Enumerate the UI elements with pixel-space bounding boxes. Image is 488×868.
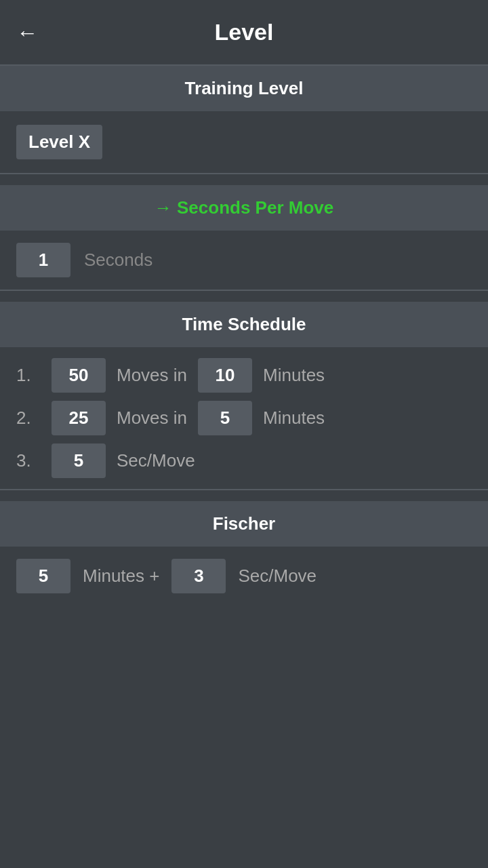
divider-3	[0, 489, 488, 490]
row-1-time-label: Minutes	[263, 365, 325, 386]
row-2-num: 2.	[16, 408, 41, 429]
back-button[interactable]: ←	[16, 22, 38, 43]
schedule-row-1: 1. 50 Moves in 10 Minutes	[16, 358, 472, 393]
divider-2	[0, 290, 488, 291]
header: ← Level	[0, 0, 488, 64]
page-title: Level	[215, 19, 274, 45]
fischer-minutes-label: Minutes +	[83, 566, 159, 587]
row-2-moves-label: Moves in	[117, 408, 187, 429]
row-1-moves-value[interactable]: 50	[52, 358, 106, 393]
row-2-moves-value[interactable]: 25	[52, 401, 106, 435]
row-1-num: 1.	[16, 365, 41, 386]
seconds-per-move-unit: Seconds	[84, 250, 152, 271]
fischer-row: 5 Minutes + 3 Sec/Move	[0, 547, 488, 606]
fischer-header: Fischer	[0, 501, 488, 547]
training-level-section: Training Level Level X	[0, 66, 488, 173]
training-level-value-row: Level X	[0, 111, 488, 173]
schedule-row-2: 2. 25 Moves in 5 Minutes	[16, 401, 472, 435]
fischer-section: Fischer 5 Minutes + 3 Sec/Move	[0, 501, 488, 606]
fischer-sec-label: Sec/Move	[238, 566, 317, 587]
row-2-time-value[interactable]: 5	[198, 401, 252, 435]
schedule-row-3: 3. 5 Sec/Move	[16, 443, 472, 478]
schedule-rows-container: 1. 50 Moves in 10 Minutes 2. 25 Moves in…	[0, 347, 488, 489]
training-level-value[interactable]: Level X	[16, 125, 102, 159]
seconds-per-move-header: → Seconds Per Move	[0, 185, 488, 231]
fischer-minutes-value[interactable]: 5	[16, 559, 70, 593]
row-3-moves-value[interactable]: 5	[52, 443, 106, 478]
seconds-per-move-section: → Seconds Per Move 1 Seconds	[0, 185, 488, 290]
fischer-sec-value[interactable]: 3	[171, 559, 226, 593]
seconds-per-move-row: 1 Seconds	[0, 231, 488, 290]
divider-1	[0, 173, 488, 174]
time-schedule-header: Time Schedule	[0, 302, 488, 347]
row-1-moves-label: Moves in	[117, 365, 187, 386]
row-3-num: 3.	[16, 450, 41, 471]
training-level-header: Training Level	[0, 66, 488, 111]
row-2-time-label: Minutes	[263, 408, 325, 429]
time-schedule-section: Time Schedule 1. 50 Moves in 10 Minutes …	[0, 302, 488, 489]
seconds-per-move-value[interactable]: 1	[16, 243, 70, 277]
row-1-time-value[interactable]: 10	[198, 358, 252, 393]
row-3-moves-label: Sec/Move	[117, 450, 195, 471]
